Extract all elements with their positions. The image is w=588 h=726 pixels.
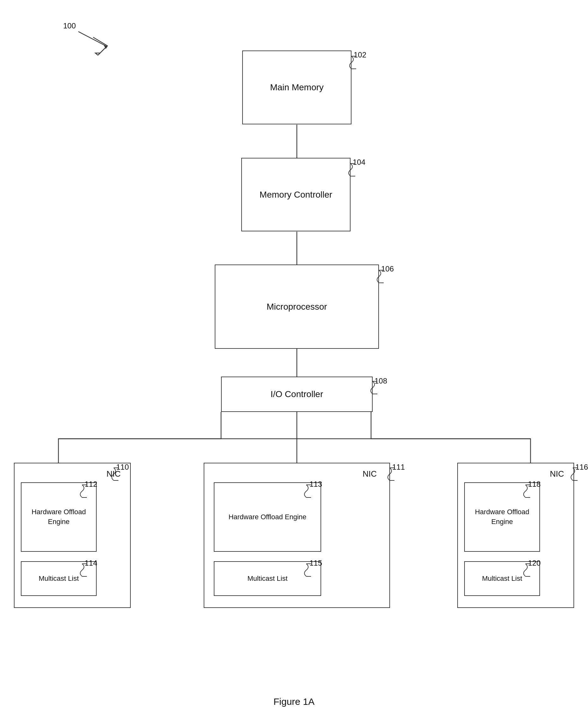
ref-100-label: 100 bbox=[63, 21, 76, 30]
nic-middle-box: NIC Hardware Offload Engine Multicast Li… bbox=[204, 463, 390, 608]
microprocessor-box: Microprocessor bbox=[215, 264, 379, 349]
hoe-left-label: Hardware Offload Engine bbox=[21, 507, 96, 527]
ref-111-label: 111 bbox=[392, 463, 405, 472]
ref-104-label: 104 bbox=[353, 158, 365, 167]
memory-controller-label: Memory Controller bbox=[259, 190, 332, 200]
nic-left-box: NIC Hardware Offload Engine Multicast Li… bbox=[14, 463, 131, 608]
ref-106-label: 106 bbox=[381, 264, 394, 273]
figure-caption: Figure 1A bbox=[273, 696, 315, 707]
io-controller-label: I/O Controller bbox=[271, 389, 323, 399]
nic-right-label: NIC bbox=[550, 469, 564, 479]
hoe-middle-label: Hardware Offload Engine bbox=[229, 512, 307, 522]
ref-113-label: 113 bbox=[310, 480, 322, 489]
multicast-middle-label: Multicast List bbox=[247, 575, 287, 583]
hoe-middle-box: Hardware Offload Engine bbox=[214, 482, 321, 552]
ref-108-label: 108 bbox=[375, 377, 387, 385]
multicast-left-label: Multicast List bbox=[39, 575, 79, 583]
ref-118-label: 118 bbox=[528, 480, 541, 489]
ref-114-label: 114 bbox=[85, 559, 97, 568]
ref-102-label: 102 bbox=[354, 50, 366, 59]
main-memory-label: Main Memory bbox=[270, 82, 324, 92]
nic-right-box: NIC Hardware Offload Engine Multicast Li… bbox=[457, 463, 574, 608]
ref-112-label: 112 bbox=[85, 480, 97, 489]
main-memory-box: Main Memory bbox=[242, 50, 352, 124]
diagram-container: 100 Main Memory 102 Memory Controller 10… bbox=[0, 0, 588, 726]
hoe-right-box: Hardware Offload Engine bbox=[464, 482, 540, 552]
nic-middle-label: NIC bbox=[362, 469, 377, 479]
memory-controller-box: Memory Controller bbox=[241, 158, 351, 231]
microprocessor-label: Microprocessor bbox=[267, 302, 327, 312]
ref-120-label: 120 bbox=[528, 559, 541, 568]
ref-116-label: 116 bbox=[575, 463, 588, 472]
ref-110-label: 110 bbox=[116, 463, 129, 472]
hoe-right-label: Hardware Offload Engine bbox=[465, 507, 539, 527]
multicast-right-label: Multicast List bbox=[482, 575, 522, 583]
hoe-left-box: Hardware Offload Engine bbox=[21, 482, 97, 552]
ref-115-label: 115 bbox=[310, 559, 322, 568]
multicast-middle-box: Multicast List bbox=[214, 561, 321, 596]
io-controller-box: I/O Controller bbox=[221, 377, 373, 412]
